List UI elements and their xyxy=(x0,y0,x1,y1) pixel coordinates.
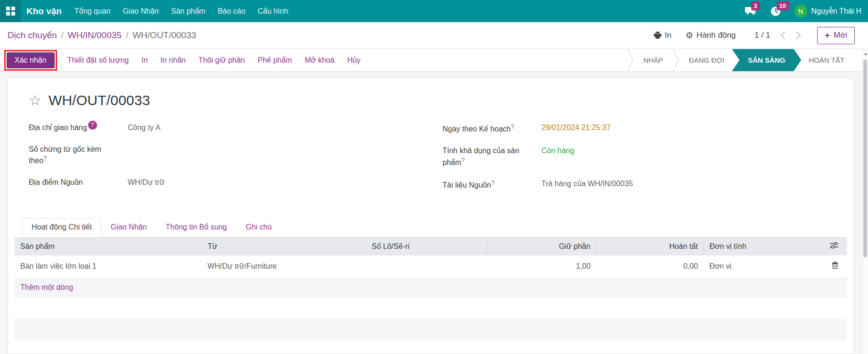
field-value[interactable]: WH/Dự trữ xyxy=(128,177,419,188)
scrollbar-thumb[interactable] xyxy=(863,59,867,257)
table-row[interactable]: Bàn làm việc lớn loại 1 WH/Dự trữ/Furnit… xyxy=(15,255,847,277)
help-question-badge[interactable]: ? xyxy=(88,121,97,130)
messages-button[interactable]: 3 xyxy=(744,5,757,18)
app-window: Kho vận Tổng quan Giao Nhận Sản phẩm Báo… xyxy=(0,0,868,354)
add-line-link[interactable]: Thêm một dòng xyxy=(20,283,73,291)
status-step-hoan-tat[interactable]: HOÀN TẤT xyxy=(799,49,854,71)
scrollbar-up-arrow[interactable] xyxy=(864,52,868,55)
cell-uom[interactable]: Đơn vị xyxy=(704,255,787,277)
user-menu[interactable]: N Nguyễn Thái H xyxy=(794,5,861,17)
field-value-scheduled-date[interactable]: 29/01/2024 21:25:37 xyxy=(541,123,833,133)
cell-from[interactable]: WH/Dự trữ/Furniture xyxy=(202,255,366,277)
field-source-location: Địa điểm Nguồn WH/Dự trữ xyxy=(29,177,419,188)
nav-item-san-pham[interactable]: Sản phẩm xyxy=(165,0,212,22)
new-button[interactable]: + Mới xyxy=(817,27,855,44)
main-menu: Tổng quan Giao Nhận Sản phẩm Báo cáo Cấu… xyxy=(68,0,295,22)
user-name: Nguyễn Thái H xyxy=(811,7,861,16)
field-label: Tính khả dụng của sản phẩm? xyxy=(442,146,528,168)
notebook-tabs: Hoạt động Chi tiết Giao Nhận Thông tin B… xyxy=(22,218,839,237)
form-fields: Địa chỉ giao hàng? Công ty A Số chứng từ… xyxy=(29,123,833,202)
nav-item-bao-cao[interactable]: Báo cáo xyxy=(212,0,252,22)
nav-item-tong-quan[interactable]: Tổng quan xyxy=(68,0,117,22)
messages-badge: 3 xyxy=(751,1,760,10)
help-sup: ? xyxy=(43,155,47,162)
col-header-uom: Đơn vị tính xyxy=(704,237,787,255)
field-value-availability: Còn hàng xyxy=(541,146,833,156)
delete-row-button[interactable] xyxy=(832,262,838,269)
confirm-button[interactable]: Xác nhận xyxy=(7,52,55,68)
set-quantities-button[interactable]: Thiết đặt số lượng xyxy=(67,54,129,66)
tab-notes[interactable]: Ghi chú xyxy=(236,218,281,237)
cell-lot[interactable] xyxy=(366,255,487,277)
col-header-product: Sản phẩm xyxy=(15,237,202,255)
trash-icon xyxy=(832,262,838,269)
col-header-done: Hoàn tất xyxy=(596,237,704,255)
field-label: Số chứng từ gốc kèm theo? xyxy=(29,144,115,166)
print-picking-button[interactable]: In xyxy=(141,54,147,66)
field-label: Địa điểm Nguồn xyxy=(29,177,115,188)
empty-row xyxy=(15,319,847,340)
cell-reserved[interactable]: 1,00 xyxy=(487,255,596,277)
pager-previous-button[interactable] xyxy=(778,30,788,41)
activities-badge: 10 xyxy=(777,1,789,10)
breadcrumb: Dịch chuyển / WH/IN/00035 / WH/OUT/00033 xyxy=(8,30,196,41)
tab-additional-info[interactable]: Thông tin Bổ sung xyxy=(156,218,237,237)
tab-detailed-operations[interactable]: Hoạt động Chi tiết xyxy=(22,218,101,237)
field-source-document: Tài liệu Nguồn? Trả hàng của WH/IN/00035 xyxy=(442,179,833,190)
control-panel-right: In ⚙ Hành động 1 / 1 + Mới xyxy=(649,27,855,44)
activities-button[interactable]: 10 xyxy=(769,5,782,18)
col-header-reserved: Giữ phần xyxy=(487,237,596,255)
field-value[interactable]: Công ty A xyxy=(128,123,419,133)
unlock-button[interactable]: Mở khoá xyxy=(305,54,335,66)
cancel-button[interactable]: Hủy xyxy=(347,54,360,66)
breadcrumb-link-wh-in[interactable]: WH/IN/00035 xyxy=(68,30,122,41)
new-label: Mới xyxy=(834,31,847,40)
scrap-button[interactable]: Phế phẩm xyxy=(258,54,292,66)
print-labels-button[interactable]: In nhãn xyxy=(161,54,186,66)
breadcrumb-link-dich-chuyen[interactable]: Dịch chuyển xyxy=(8,30,57,41)
tab-giao-nhan[interactable]: Giao Nhận xyxy=(101,218,156,237)
status-step-nhap[interactable]: NHÁP xyxy=(634,49,672,71)
fields-right-column: Ngày theo Kế hoạch? 29/01/2024 21:25:37 … xyxy=(442,123,833,202)
favorite-star-icon[interactable]: ☆ xyxy=(29,93,41,107)
app-name[interactable]: Kho vận xyxy=(26,6,62,16)
unreserve-button[interactable]: Thôi giữ phần xyxy=(198,54,245,66)
plus-icon: + xyxy=(825,31,830,41)
vertical-scrollbar[interactable] xyxy=(862,49,868,354)
chevron-right-icon xyxy=(796,31,801,40)
content-area: ☆ WH/OUT/00033 Địa chỉ giao hàng? Công t… xyxy=(0,72,868,354)
status-pipeline: NHÁP ĐANG ĐỢI SẴN SÀNG HOÀN TẤT xyxy=(627,49,868,71)
cell-done[interactable]: 0,00 xyxy=(596,255,704,277)
help-sup: ? xyxy=(511,123,514,130)
field-label: Ngày theo Kế hoạch? xyxy=(442,123,528,134)
breadcrumb-separator: / xyxy=(126,30,128,41)
optional-columns-button[interactable] xyxy=(830,242,838,249)
sliders-icon xyxy=(830,242,838,249)
nav-item-cau-hinh[interactable]: Cấu hình xyxy=(252,0,295,22)
field-product-availability: Tính khả dụng của sản phẩm? Còn hàng xyxy=(442,146,833,168)
form-sheet: ☆ WH/OUT/00033 Địa chỉ giao hàng? Công t… xyxy=(8,78,854,354)
printer-icon xyxy=(654,32,662,39)
top-navbar: Kho vận Tổng quan Giao Nhận Sản phẩm Báo… xyxy=(0,0,868,22)
status-separator xyxy=(672,49,680,71)
actions-button[interactable]: ⚙ Hành động xyxy=(681,28,740,43)
operations-table: Sản phẩm Từ Số Lô/Sê-ri Giữ phần Hoàn tấ… xyxy=(15,237,847,340)
print-label: In xyxy=(665,31,671,40)
status-step-san-sang-active[interactable]: SẴN SÀNG xyxy=(732,49,801,71)
annotation-highlight-box: Xác nhận xyxy=(7,52,55,68)
field-delivery-address: Địa chỉ giao hàng? Công ty A xyxy=(29,123,419,133)
pager-next-button[interactable] xyxy=(793,30,804,41)
nav-item-giao-nhan[interactable]: Giao Nhận xyxy=(116,0,165,22)
field-label: Tài liệu Nguồn? xyxy=(442,179,528,190)
col-header-from: Từ xyxy=(202,237,366,255)
chevron-left-icon xyxy=(780,31,786,40)
cell-product[interactable]: Bàn làm việc lớn loại 1 xyxy=(15,255,202,277)
status-step-dang-doi[interactable]: ĐANG ĐỢI xyxy=(680,49,734,71)
status-separator xyxy=(627,49,634,71)
field-scheduled-date: Ngày theo Kế hoạch? 29/01/2024 21:25:37 xyxy=(442,123,833,134)
print-button[interactable]: In xyxy=(649,28,676,43)
field-value-source-document[interactable]: Trả hàng của WH/IN/00035 xyxy=(541,179,833,189)
apps-menu-button[interactable] xyxy=(0,0,21,22)
field-source-document-attached: Số chứng từ gốc kèm theo? xyxy=(29,144,419,166)
user-avatar: N xyxy=(794,5,807,17)
